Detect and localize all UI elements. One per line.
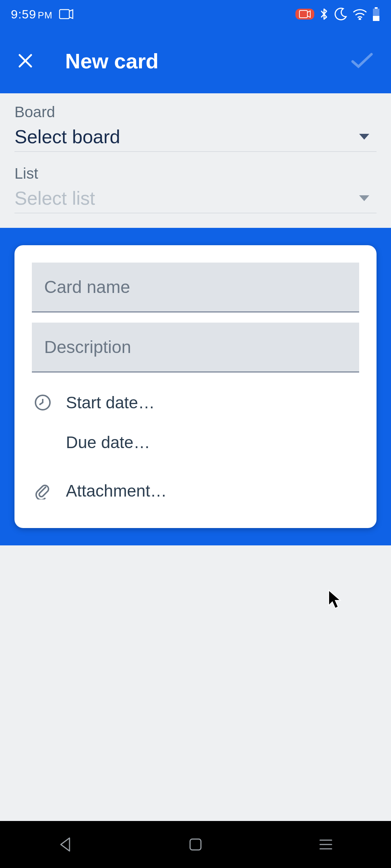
card-background: Card name Description Start date… Due da… [0, 228, 391, 545]
svg-rect-5 [373, 16, 379, 21]
svg-rect-1 [299, 10, 307, 18]
svg-point-2 [359, 18, 361, 20]
chevron-down-icon [359, 195, 369, 201]
board-label: Board [14, 103, 377, 121]
list-select-value: Select list [14, 187, 359, 209]
attachment-row[interactable]: Attachment… [32, 471, 359, 511]
board-select-group: Board Select board [14, 103, 377, 152]
status-time-ampm: PM [38, 10, 52, 21]
due-date-label: Due date… [66, 433, 150, 452]
paperclip-icon [32, 482, 54, 499]
list-label: List [14, 165, 377, 182]
card-name-placeholder: Card name [44, 277, 130, 297]
selectors-section: Board Select board List Select list [0, 93, 391, 228]
new-card-panel: Card name Description Start date… Due da… [14, 245, 377, 528]
confirm-button[interactable] [348, 46, 377, 75]
description-placeholder: Description [44, 337, 131, 357]
empty-area [0, 545, 391, 821]
screen-record-badge [295, 9, 314, 20]
clock-icon [32, 394, 54, 411]
start-date-label: Start date… [66, 393, 155, 412]
chevron-down-icon [359, 134, 369, 140]
close-button[interactable] [14, 50, 36, 72]
mouse-cursor [327, 589, 344, 612]
svg-rect-0 [60, 10, 70, 19]
moon-icon [334, 7, 348, 21]
app-bar: New card [0, 28, 391, 93]
board-select[interactable]: Select board [14, 126, 377, 152]
svg-rect-3 [375, 7, 378, 9]
home-button[interactable] [159, 834, 232, 855]
cast-icon [59, 9, 73, 19]
status-time-value: 9:59 [11, 7, 36, 21]
status-time: 9:59PM [11, 7, 52, 21]
battery-icon [372, 7, 380, 21]
due-date-row[interactable]: Due date… [32, 422, 359, 462]
start-date-row[interactable]: Start date… [32, 383, 359, 422]
description-input[interactable]: Description [32, 323, 359, 373]
page-title: New card [65, 49, 159, 73]
attachment-label: Attachment… [66, 481, 167, 501]
svg-rect-9 [190, 839, 201, 850]
card-name-input[interactable]: Card name [32, 263, 359, 312]
recents-button[interactable] [290, 834, 362, 855]
board-select-value: Select board [14, 126, 359, 148]
list-select[interactable]: Select list [14, 187, 377, 213]
wifi-icon [353, 8, 367, 20]
status-bar: 9:59PM [0, 0, 391, 28]
back-button[interactable] [29, 834, 101, 855]
system-nav-bar [0, 821, 391, 868]
bluetooth-icon [319, 7, 329, 21]
list-select-group: List Select list [14, 165, 377, 213]
